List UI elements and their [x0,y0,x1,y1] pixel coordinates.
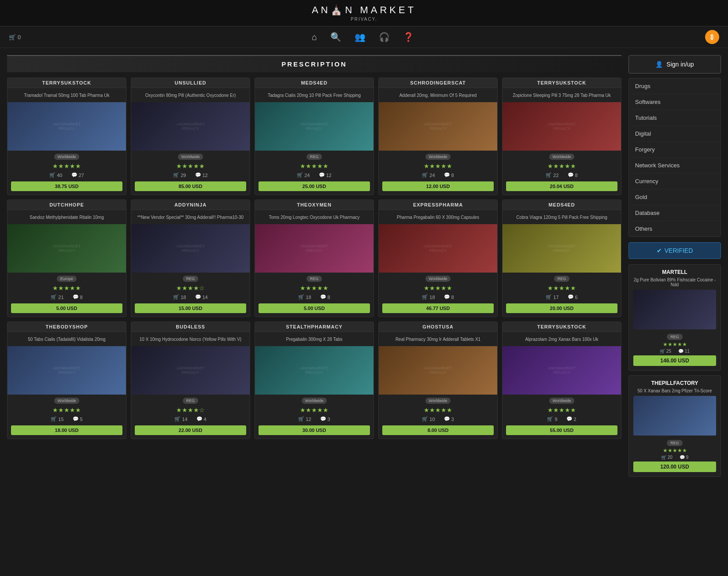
search-icon[interactable]: 🔍 [330,32,341,42]
price-button[interactable]: 18.00 USD [11,425,122,435]
product-vendor[interactable]: DUTCHHOPE [7,200,126,210]
price-button[interactable]: 38.75 USD [11,181,122,191]
sidebar-item-currency[interactable]: Currency [629,174,721,189]
msg-stat-icon: 💬 [73,416,79,422]
product-vendor[interactable]: STEALTHPHARMACY [255,322,373,332]
nav-icons: ⌂ 🔍 👥 🎧 ❓ [312,32,414,42]
product-vendor[interactable]: UNSULLIED [131,78,250,88]
msg-stat-icon: 💬 [566,416,573,422]
product-stars: ★★★★★ [255,283,373,293]
product-vendor[interactable]: MEDS4ED [255,78,373,88]
featured-price[interactable]: 146.00 USD [633,355,716,366]
sidebar-item-others[interactable]: Others [629,221,721,236]
product-card: TERRYSUKSTOCK Alprazolam 2mg Xanax Bars … [502,321,621,439]
featured-badge: REG [633,438,716,446]
product-stars: ★★★★★ [255,405,373,415]
help-icon[interactable]: ❓ [403,32,414,42]
home-icon[interactable]: ⌂ [312,32,317,42]
product-vendor[interactable]: TERRYSUKSTOCK [7,78,126,88]
product-image: ANONMARKETPRIVACY [503,346,621,395]
msg-stat: 💬 8 [320,294,330,300]
product-title: Pharma Pregabalin 60 X 300mg Capsules [379,210,497,224]
cart-stat-icon: 🛒 [51,294,57,300]
product-title: Tadagra Cialis 20mg 10 Pill Pack Free Sh… [255,88,373,102]
verified-label: VERIFIED [665,247,693,254]
product-badge: REG [255,273,373,283]
bitcoin-area[interactable]: ₿ [705,30,719,44]
section-title: PRESCRIPTION [7,55,621,72]
product-image: ANONMARKETPRIVACY [255,346,373,395]
price-button[interactable]: 55.00 USD [506,425,617,435]
price-button[interactable]: 12.00 USD [382,181,494,191]
price-button[interactable]: 20.04 USD [506,181,617,191]
cart-stat-icon: 🛒 [173,172,179,178]
product-badge: Worldwide [379,273,497,283]
msg-stat-icon: 💬 [73,294,79,300]
price-button[interactable]: 22.00 USD [135,425,246,435]
price-button[interactable]: 8.00 USD [382,425,494,435]
product-vendor[interactable]: SCHRODINGERSCAT [379,78,497,88]
msg-stat: 💬 12 [319,172,332,178]
price-button[interactable]: 15.00 USD [135,303,246,313]
sidebar-item-network-services[interactable]: Network Services [629,158,721,174]
price-button[interactable]: 85.00 USD [135,181,246,191]
featured-msg-stat: 💬 11 [678,349,690,354]
product-title: 10 X 10mg Hydrocodone Norco (Yellow Pill… [131,332,250,346]
users-icon[interactable]: 👥 [355,32,366,42]
product-vendor[interactable]: EXPRESSPHARMA [379,200,497,210]
sidebar-item-digital[interactable]: Digital [629,126,721,142]
cart-stat-value: 12 [306,417,311,422]
product-vendor[interactable]: MEDS4ED [503,200,621,210]
cart-stat-icon: 🛒 [51,416,57,422]
msg-stat: 💬 8 [444,172,454,178]
headset-icon[interactable]: 🎧 [379,32,390,42]
verified-button[interactable]: ✔ VERIFIED [628,242,721,259]
featured-vendor: MARTELL [633,269,716,275]
cart-stat: 🛒 10 [422,416,435,422]
product-image: ANONMARKETPRIVACY [131,224,250,273]
sidebar-item-softwares[interactable]: Softwares [629,94,721,110]
sidebar-item-database[interactable]: Database [629,205,721,221]
sign-in-button[interactable]: 👤 Sign in/up [628,55,721,74]
cart-area[interactable]: 🛒 0 [9,34,21,41]
cart-stat-value: 15 [58,417,63,422]
cart-stat: 🛒 18 [298,294,311,300]
product-vendor[interactable]: TERRYSUKSTOCK [503,322,621,332]
price-button[interactable]: 46.77 USD [382,303,494,313]
featured-image [633,396,716,436]
msg-stat-icon: 💬 [196,416,203,422]
msg-stat-icon: 💬 [444,172,450,178]
product-vendor[interactable]: THEOXYMEN [255,200,373,210]
msg-stat-icon: 💬 [568,294,574,300]
price-button[interactable]: 20.00 USD [506,303,617,313]
product-badge: Europe [7,273,126,283]
product-card: UNSULLIED Oxycontin 80mg Pill (Authentic… [131,78,250,195]
cart-stat: 🛒 17 [546,294,558,300]
product-badge: Worldwide [503,395,621,405]
cart-icon[interactable]: 🛒 [9,34,16,41]
msg-stat-icon: 💬 [71,172,78,178]
price-button[interactable]: 25.00 USD [259,181,370,191]
product-stats: 🛒 15 💬 5 [7,415,126,423]
msg-stat-icon: 💬 [195,172,201,178]
sign-in-label: Sign in/up [666,61,694,68]
price-button[interactable]: 5.00 USD [11,303,122,313]
featured-price[interactable]: 120.00 USD [633,462,716,472]
product-title: Pregabalin 300mg X 28 Tabs [255,332,373,346]
bitcoin-button[interactable]: ₿ [705,30,719,44]
product-vendor[interactable]: ADDYNINJA [131,200,250,210]
price-button[interactable]: 30.00 USD [259,425,370,435]
main-layout: PRESCRIPTION TERRYSUKSTOCK Tramadol Tram… [0,48,728,488]
price-button[interactable]: 5.00 USD [259,303,370,313]
sidebar-item-forgery[interactable]: Forgery [629,142,721,158]
product-vendor[interactable]: BUD4LESS [131,322,250,332]
sidebar-item-gold[interactable]: Gold [629,189,721,205]
sidebar-item-tutorials[interactable]: Tutorials [629,110,721,126]
sidebar-item-drugs[interactable]: Drugs [629,78,721,94]
product-vendor[interactable]: GHOSTUSA [379,322,497,332]
product-vendor[interactable]: THEBODYSHOP [7,322,126,332]
cart-count: 0 [18,34,21,41]
msg-stat: 💬 8 [73,294,83,300]
product-stars: ★★★★★ [7,283,126,293]
product-vendor[interactable]: TERRYSUKSTOCK [503,78,621,88]
